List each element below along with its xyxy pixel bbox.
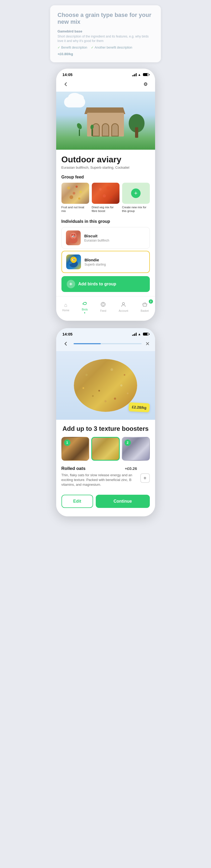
- texture-item-2[interactable]: [91, 437, 120, 461]
- aviary-title: Outdoor aviary: [62, 155, 150, 164]
- back-button[interactable]: [62, 80, 70, 88]
- product-price: +£0.26: [125, 466, 137, 471]
- nav-feed[interactable]: Feed: [98, 301, 109, 313]
- svg-point-8: [103, 194, 106, 197]
- bird-info-biscuit: Biscuit Eurasian bullfinch: [84, 234, 145, 242]
- benefit-2: ✓ Another benefit description: [91, 46, 132, 50]
- product-text: Rolled oats +£0.26 Thin, flaky oats for …: [62, 466, 137, 491]
- plant-decoration-2: [91, 125, 94, 136]
- feed-item-1[interactable]: Fruit and nut treat mix: [62, 183, 89, 213]
- product-add-button[interactable]: +: [140, 473, 150, 483]
- phone-1: 14:05 ▲ ⚙: [56, 69, 155, 321]
- nav-home-label: Home: [62, 309, 69, 312]
- bird-card-biscuit[interactable]: Biscuit Eurasian bullfinch: [62, 227, 150, 249]
- close-button[interactable]: ✕: [145, 341, 150, 347]
- wifi-icon: ▲: [138, 73, 141, 76]
- svg-point-1: [75, 186, 77, 188]
- nav-basket-label: Basket: [141, 309, 149, 312]
- top-nav-1: ⚙: [56, 79, 155, 92]
- status-bar-1: 14:05 ▲: [56, 69, 155, 79]
- nav-basket[interactable]: 2 Basket: [138, 301, 151, 313]
- product-desc: Thin, flaky oats for slow release energy…: [62, 473, 137, 487]
- back-button-2[interactable]: [62, 340, 70, 348]
- nav-feed-label: Feed: [100, 309, 106, 312]
- nav-birds[interactable]: Birds: [79, 299, 91, 314]
- feed-item-2[interactable]: Dried veg mix for fibre boost: [92, 183, 119, 213]
- bird-species-biscuit: Eurasian bullfinch: [84, 239, 145, 242]
- add-birds-button[interactable]: + Add birds to group: [62, 276, 150, 292]
- feed-thumb-veg: [92, 183, 119, 204]
- bird-avatar-biscuit: [66, 230, 81, 245]
- svg-point-25: [85, 302, 86, 303]
- feed-item-add[interactable]: + Create new mix for this group: [122, 183, 150, 213]
- bottom-actions: Edit Continue: [56, 491, 155, 516]
- svg-point-30: [122, 303, 125, 305]
- bird-species-blondie: Superb starling: [85, 263, 145, 267]
- svg-point-5: [73, 192, 75, 194]
- check-icon-2: ✓: [91, 46, 94, 50]
- check-icon-1: ✓: [58, 46, 60, 50]
- status-time-1: 14:05: [63, 72, 73, 77]
- svg-point-6: [99, 188, 102, 191]
- svg-point-4: [78, 197, 80, 199]
- svg-point-22: [73, 259, 74, 260]
- svg-point-23: [74, 259, 75, 260]
- phone-2: 14:05 ▲ ✕: [56, 328, 155, 516]
- battery-icon-2: [143, 333, 149, 336]
- status-icons-1: ▲: [132, 73, 148, 76]
- status-icons-2: ▲: [132, 332, 148, 336]
- nav-account[interactable]: Account: [116, 301, 131, 313]
- edit-button[interactable]: Edit: [62, 495, 93, 508]
- progress-bar: [74, 343, 142, 344]
- continue-button[interactable]: Continue: [96, 495, 150, 508]
- tree-decoration: [129, 114, 144, 138]
- account-icon: [120, 302, 126, 309]
- feed-plate: [74, 359, 137, 412]
- bird-name-blondie: Blondie: [85, 258, 145, 262]
- texture-title: Add up to 3 texture boosters: [62, 425, 150, 433]
- texture-item-1[interactable]: 1: [62, 437, 90, 461]
- signal-icon-2: [132, 333, 137, 336]
- product-row: Rolled oats +£0.26 Thin, flaky oats for …: [62, 466, 150, 491]
- feed-grid: Fruit and nut treat mix Dried veg mix fo…: [62, 183, 150, 213]
- nav-account-label: Account: [119, 309, 128, 312]
- bird-name-biscuit: Biscuit: [84, 234, 145, 238]
- feed-label-2: Dried veg mix for fibre boost: [92, 206, 119, 213]
- feed-thumb-fruit: [62, 183, 89, 204]
- progress-fill: [74, 343, 101, 344]
- individuals-label: Individuals in this group: [62, 219, 150, 224]
- texture-item-3[interactable]: 2: [122, 437, 150, 461]
- bird-card-blondie[interactable]: Blondie Superb starling: [62, 251, 150, 273]
- bottom-nav-1: ⌂ Home Birds F: [56, 296, 155, 321]
- svg-point-2: [79, 191, 82, 193]
- benefit-1: ✓ Benefit description: [58, 46, 87, 50]
- nav-birds-label: Birds: [82, 308, 88, 311]
- svg-point-27: [102, 303, 104, 305]
- group-feed-label: Group feed: [62, 175, 150, 180]
- feed-label-1: Fruit and nut treat mix: [62, 206, 89, 213]
- content-area: Outdoor aviary Eurasian bullfinch, Super…: [56, 150, 155, 273]
- feed-mix-visual: [74, 359, 137, 412]
- signal-icon: [132, 73, 137, 76]
- product-header: Rolled oats +£0.26: [62, 466, 137, 471]
- ingredient-desc: Short description of the ingredient and …: [58, 34, 153, 43]
- texture-number-3: 2: [125, 439, 131, 446]
- nav-birds-indicator: [84, 312, 85, 313]
- nav-home[interactable]: ⌂ Home: [60, 301, 72, 313]
- product-name: Rolled oats: [62, 466, 86, 471]
- texture-number-1: 1: [64, 439, 70, 446]
- feed-label-3: Create new mix for this group: [122, 206, 150, 213]
- price-per-kg: £2.28/kg: [132, 405, 147, 410]
- hero-image: [56, 92, 155, 150]
- basket-badge: 2: [149, 299, 153, 304]
- status-time-2: 14:05: [63, 332, 73, 336]
- svg-point-16: [73, 236, 73, 237]
- wifi-icon-2: ▲: [138, 332, 141, 336]
- home-icon: ⌂: [64, 302, 67, 308]
- texture-section: Add up to 3 texture boosters 1 2: [56, 420, 155, 461]
- svg-point-9: [110, 196, 112, 198]
- plant-decoration-1: [77, 123, 81, 136]
- add-birds-icon: +: [67, 280, 75, 288]
- product-info: Rolled oats +£0.26 Thin, flaky oats for …: [56, 466, 155, 491]
- settings-button[interactable]: ⚙: [141, 80, 150, 88]
